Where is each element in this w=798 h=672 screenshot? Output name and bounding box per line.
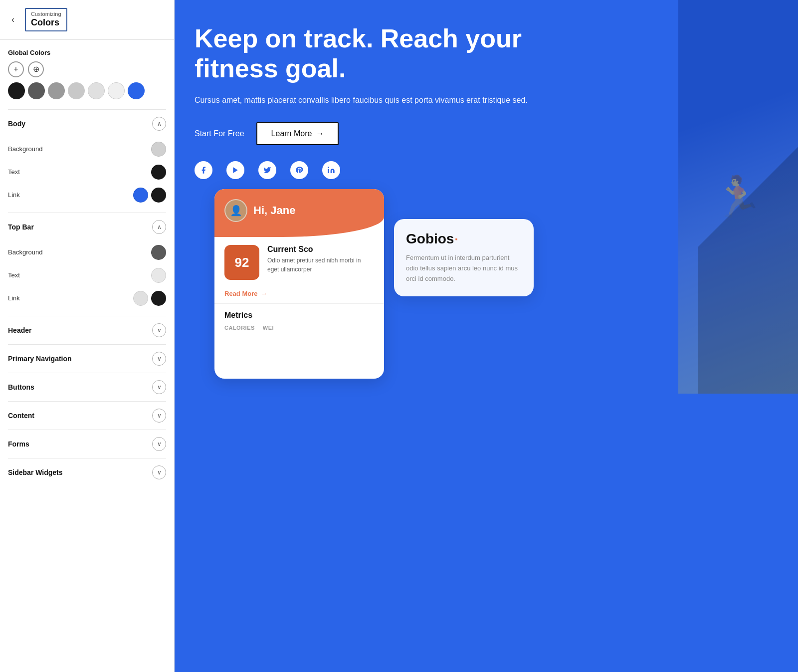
body-section-content: Background Text Link [8, 138, 166, 213]
hero-title: Keep on track. Reach your fitness goal. [195, 24, 554, 84]
hero-subtitle: Cursus amet, mattis placerat convallis l… [195, 94, 534, 107]
score-title: Current Sco [267, 245, 374, 254]
topbar-background-swatches [151, 245, 166, 260]
forms-chevron[interactable]: ∨ [152, 437, 166, 451]
body-text-label: Text [8, 168, 20, 176]
gobios-superscript: ▪ [455, 235, 457, 243]
body-background-color[interactable] [151, 142, 166, 157]
topbar-section-content: Background Text Link [8, 241, 166, 316]
swatch-blue[interactable] [128, 82, 145, 99]
score-desc: Odio amet pretiur sed nibh morbi in eget… [267, 256, 374, 274]
body-text-row: Text [8, 161, 166, 184]
swatch-light-gray[interactable] [68, 82, 85, 99]
topbar-text-label: Text [8, 271, 20, 279]
topbar-background-row: Background [8, 241, 166, 264]
body-section: Body ∧ Background Text Link [8, 109, 166, 213]
primary-navigation-section: Primary Navigation ∨ [8, 344, 166, 373]
swatch-near-white[interactable] [108, 82, 125, 99]
global-colors-actions: + ⊕ [8, 61, 166, 77]
topbar-section-title: Top Bar [8, 223, 34, 231]
buttons-chevron[interactable]: ∨ [152, 380, 166, 394]
topbar-text-swatches [151, 268, 166, 283]
body-background-row: Background [8, 138, 166, 161]
body-link-swatches [133, 188, 166, 203]
header-section: Header ∨ [8, 316, 166, 344]
body-section-header[interactable]: Body ∧ [8, 110, 166, 138]
youtube-icon[interactable] [226, 161, 244, 179]
body-text-color[interactable] [151, 165, 166, 180]
twitter-icon[interactable] [258, 161, 276, 179]
sidebar-widgets-section: Sidebar Widgets ∨ [8, 458, 166, 486]
read-more-arrow: → [260, 290, 267, 297]
add-color-button[interactable]: + [8, 61, 24, 77]
read-more-label: Read More [224, 290, 257, 297]
sidebar-widgets-chevron[interactable]: ∨ [152, 465, 166, 479]
score-box: 92 [224, 245, 259, 280]
metric-calories: CALORIES [224, 325, 255, 331]
buttons-section: Buttons ∨ [8, 373, 166, 401]
facebook-icon[interactable] [195, 161, 212, 179]
content-section: Content ∨ [8, 401, 166, 430]
topbar-link-color-1[interactable] [133, 291, 148, 306]
read-more-link[interactable]: Read More → [214, 288, 384, 303]
buttons-section-header[interactable]: Buttons ∨ [8, 373, 166, 401]
swatch-lighter-gray[interactable] [88, 82, 105, 99]
buttons-section-title: Buttons [8, 383, 34, 391]
topbar-chevron[interactable]: ∧ [152, 220, 166, 234]
swatch-black[interactable] [8, 82, 25, 99]
content-chevron[interactable]: ∨ [152, 409, 166, 423]
forms-section-header[interactable]: Forms ∨ [8, 430, 166, 458]
metrics-row: CALORIES WEI [224, 325, 374, 331]
linkedin-icon[interactable] [322, 161, 340, 179]
body-link-color-1[interactable] [133, 188, 148, 203]
right-panel: 🏃 Keep on track. Reach your fitness goal… [175, 0, 798, 672]
panel-title-box: Customizing Colors [25, 8, 67, 31]
global-color-swatches [8, 82, 166, 99]
back-button[interactable]: ‹ [6, 12, 20, 26]
start-for-free-button[interactable]: Start For Free [195, 129, 244, 138]
primary-navigation-header[interactable]: Primary Navigation ∨ [8, 345, 166, 373]
topbar-section: Top Bar ∧ Background Text Link [8, 213, 166, 316]
topbar-text-color[interactable] [151, 268, 166, 283]
body-link-color-2[interactable] [151, 188, 166, 203]
score-info: Current Sco Odio amet pretiur sed nibh m… [267, 245, 374, 274]
global-colors-label: Global Colors [8, 49, 166, 56]
topbar-section-header[interactable]: Top Bar ∧ [8, 213, 166, 241]
swatch-dark-gray[interactable] [28, 82, 45, 99]
header-section-header[interactable]: Header ∨ [8, 316, 166, 344]
pinterest-icon[interactable] [290, 161, 308, 179]
body-chevron[interactable]: ∧ [152, 117, 166, 131]
secondary-app-card: Gobios▪ Fermentum ut in interdum parturi… [394, 219, 534, 296]
topbar-link-label: Link [8, 294, 20, 302]
primary-navigation-title: Primary Navigation [8, 355, 72, 363]
content-section-title: Content [8, 412, 34, 420]
forms-section-title: Forms [8, 440, 29, 448]
body-link-label: Link [8, 191, 20, 199]
preview-hero: 🏃 Keep on track. Reach your fitness goal… [175, 0, 798, 394]
sidebar-widgets-header[interactable]: Sidebar Widgets ∨ [8, 458, 166, 486]
sidebar-widgets-title: Sidebar Widgets [8, 468, 63, 476]
body-text-swatches [151, 165, 166, 180]
learn-more-button[interactable]: Learn More → [256, 122, 339, 145]
body-section-title: Body [8, 120, 25, 128]
topbar-background-color[interactable] [151, 245, 166, 260]
move-color-button[interactable]: ⊕ [28, 61, 44, 77]
gobios-logo: Gobios▪ [406, 231, 522, 247]
body-link-row: Link [8, 184, 166, 207]
body-background-label: Background [8, 145, 42, 153]
topbar-link-color-2[interactable] [151, 291, 166, 306]
card-greeting: Hi, Jane [253, 204, 295, 217]
metrics-title: Metrics [224, 311, 374, 320]
metric-wei: WEI [263, 325, 274, 331]
swatch-medium-gray[interactable] [48, 82, 65, 99]
panel-title-sub: Customizing [31, 11, 61, 17]
panel-title-main: Colors [31, 17, 61, 28]
card-header-bg: 👤 Hi, Jane [214, 189, 384, 237]
content-section-header[interactable]: Content ∨ [8, 402, 166, 430]
gobios-desc: Fermentum ut in interdum parturient odio… [406, 253, 522, 284]
header-chevron[interactable]: ∨ [152, 323, 166, 337]
main-app-card: 👤 Hi, Jane 92 Current Sco Odio amet pret… [214, 189, 384, 379]
primary-navigation-chevron[interactable]: ∨ [152, 352, 166, 366]
gobios-name: Gobios [406, 231, 454, 247]
panel-header: ‹ Customizing Colors [0, 0, 174, 40]
